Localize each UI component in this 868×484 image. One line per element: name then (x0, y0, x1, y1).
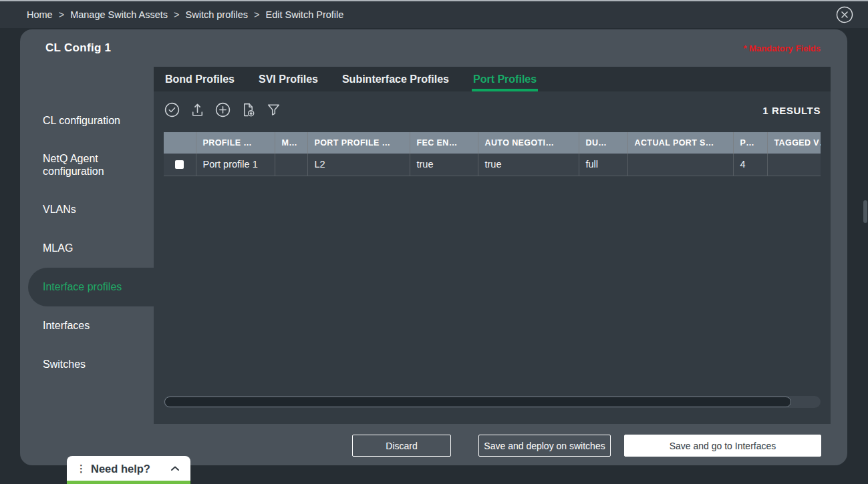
horizontal-scrollbar-thumb[interactable] (164, 397, 791, 407)
sidebar-item-label: VLANs (43, 204, 76, 216)
check-circle-icon (164, 101, 180, 118)
mandatory-fields-note: * Mandatory Fields (743, 43, 821, 53)
sidebar: CL configuration NetQ Agent configuratio… (20, 101, 154, 384)
results-count: 1 RESULTS (762, 105, 821, 116)
save-and-deploy-button-label: Save and deploy on switches (484, 441, 605, 451)
select-all-button[interactable] (164, 101, 180, 118)
tab-label: Bond Profiles (165, 73, 235, 85)
row-checkbox[interactable] (175, 160, 184, 169)
breadcrumb-item-manage-switch-assets[interactable]: Manage Switch Assets (70, 9, 168, 20)
chevron-up-icon[interactable] (170, 465, 180, 472)
cell-tagged-vlans (767, 154, 821, 176)
sidebar-item-interfaces[interactable]: Interfaces (20, 306, 154, 345)
save-and-go-to-interfaces-button[interactable]: Save and go to Interfaces (624, 435, 821, 457)
file-download-icon (240, 101, 257, 118)
cell-actual-port-speed (627, 154, 733, 176)
breadcrumb: Home > Manage Switch Assets > Switch pro… (27, 9, 343, 20)
save-and-go-button-label: Save and go to Interfaces (670, 441, 776, 451)
upload-icon (189, 101, 206, 118)
cell-profile-name: Port profile 1 (196, 154, 275, 176)
cell-auto-negotiate: true (478, 154, 579, 176)
breadcrumb-item-edit-switch-profile: Edit Switch Profile (265, 9, 343, 20)
column-header-auto-negotiate[interactable]: AUTO NEGOTI… (478, 132, 579, 154)
edit-switch-profile-dialog: CL Config 1 * Mandatory Fields CL config… (20, 29, 847, 465)
tab-bar: Bond Profiles SVI Profiles Subinterface … (154, 67, 831, 91)
column-header-profile[interactable]: PROFILE … (196, 132, 275, 154)
filter-icon (265, 101, 282, 118)
sidebar-item-interface-profiles[interactable]: Interface profiles (28, 268, 154, 306)
checkbox-cell (164, 154, 196, 176)
cell-port-profile: L2 (307, 154, 410, 176)
tab-port-profiles[interactable]: Port Profiles (472, 67, 538, 91)
cell-m (275, 154, 307, 176)
tab-svi-profiles[interactable]: SVI Profiles (257, 67, 319, 91)
column-header-tagged-vlans[interactable]: TAGGED V… (767, 132, 821, 154)
filter-button[interactable] (265, 101, 282, 118)
column-header-select (164, 132, 196, 154)
plus-circle-icon (214, 101, 231, 118)
tab-label: Subinterface Profiles (342, 73, 449, 85)
sidebar-item-label: Interface profiles (43, 281, 122, 293)
sidebar-item-label: Switches (43, 358, 86, 371)
breadcrumb-item-switch-profiles[interactable]: Switch profiles (186, 9, 248, 20)
tab-bond-profiles[interactable]: Bond Profiles (164, 67, 236, 91)
port-profiles-table: PROFILE … M… PORT PROFILE … FEC EN… AUTO… (164, 132, 821, 176)
sidebar-item-vlans[interactable]: VLANs (20, 190, 154, 229)
column-header-fec-enabled[interactable]: FEC EN… (410, 132, 478, 154)
sidebar-item-label: CL configuration (43, 115, 120, 127)
cell-duplex: full (579, 154, 627, 176)
sidebar-item-label: NetQ Agent configuration (43, 153, 154, 178)
content-panel: Bond Profiles SVI Profiles Subinterface … (154, 67, 831, 424)
discard-button[interactable]: Discard (352, 435, 451, 457)
column-header-p[interactable]: P… (733, 132, 767, 154)
horizontal-scrollbar[interactable] (164, 396, 821, 408)
save-and-deploy-button[interactable]: Save and deploy on switches (478, 435, 611, 457)
drag-dots-icon: ⋮ (76, 463, 86, 475)
discard-button-label: Discard (386, 441, 417, 451)
add-button[interactable] (214, 101, 231, 118)
upload-button[interactable] (189, 101, 206, 118)
breadcrumb-item-home[interactable]: Home (27, 9, 53, 20)
sidebar-item-switches[interactable]: Switches (20, 345, 154, 384)
need-help-widget[interactable]: ⋮ Need help? (67, 456, 190, 484)
table-toolbar (164, 101, 282, 118)
page-scrollbar-thumb[interactable] (863, 200, 867, 223)
cell-fec-enabled: true (410, 154, 478, 176)
column-header-m[interactable]: M… (275, 132, 307, 154)
tab-label: SVI Profiles (259, 73, 318, 85)
column-header-duplex[interactable]: DU… (579, 132, 627, 154)
column-header-actual-port-speed[interactable]: ACTUAL PORT S… (627, 132, 733, 154)
dialog-title: CL Config 1 (45, 41, 111, 55)
breadcrumb-separator: > (59, 9, 64, 20)
table-header-row: PROFILE … M… PORT PROFILE … FEC EN… AUTO… (164, 132, 821, 154)
export-button[interactable] (240, 101, 257, 118)
breadcrumb-separator: > (254, 9, 259, 20)
tab-subinterface-profiles[interactable]: Subinterface Profiles (341, 67, 450, 91)
sidebar-item-mlag[interactable]: MLAG (20, 229, 154, 268)
sidebar-item-label: Interfaces (43, 320, 90, 332)
close-icon (836, 6, 853, 23)
column-header-port-profile[interactable]: PORT PROFILE … (307, 132, 410, 154)
sidebar-item-label: MLAG (43, 242, 73, 254)
close-button[interactable] (836, 6, 853, 23)
breadcrumb-separator: > (174, 9, 179, 20)
need-help-label: Need help? (91, 463, 150, 475)
breadcrumb-bar: Home > Manage Switch Assets > Switch pro… (0, 0, 868, 28)
sidebar-item-netq-agent-configuration[interactable]: NetQ Agent configuration (20, 140, 154, 190)
table-row[interactable]: Port profile 1 L2 true true full 4 (164, 154, 821, 176)
tab-label: Port Profiles (473, 73, 537, 85)
sidebar-item-cl-configuration[interactable]: CL configuration (20, 101, 154, 140)
cell-p: 4 (733, 154, 767, 176)
